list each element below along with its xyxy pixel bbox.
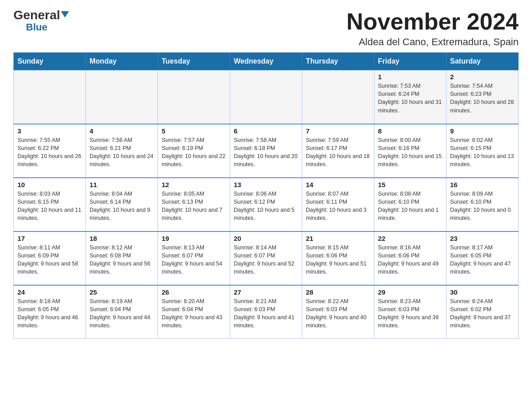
day-number: 8 xyxy=(378,127,442,135)
day-number: 13 xyxy=(234,181,298,188)
calendar-cell: 9Sunrise: 8:02 AMSunset: 6:15 PMDaylight… xyxy=(446,124,519,178)
calendar-cell: 25Sunrise: 8:19 AMSunset: 6:04 PMDayligh… xyxy=(86,285,158,339)
day-header-thursday: Thursday xyxy=(302,53,374,70)
calendar-cell: 22Sunrise: 8:16 AMSunset: 6:06 PMDayligh… xyxy=(374,231,446,285)
day-number: 19 xyxy=(162,235,226,242)
day-info: Sunrise: 8:07 AMSunset: 6:11 PMDaylight:… xyxy=(306,190,370,223)
calendar-cell: 13Sunrise: 8:06 AMSunset: 6:12 PMDayligh… xyxy=(230,178,302,231)
calendar-cell: 27Sunrise: 8:21 AMSunset: 6:03 PMDayligh… xyxy=(230,285,302,339)
day-info: Sunrise: 8:03 AMSunset: 6:15 PMDaylight:… xyxy=(17,190,82,223)
day-info: Sunrise: 8:09 AMSunset: 6:10 PMDaylight:… xyxy=(450,190,515,223)
day-header-sunday: Sunday xyxy=(14,53,86,70)
day-info: Sunrise: 8:02 AMSunset: 6:15 PMDaylight:… xyxy=(450,136,515,169)
calendar-cell: 21Sunrise: 8:15 AMSunset: 6:06 PMDayligh… xyxy=(302,231,374,285)
main-title: November 2024 xyxy=(347,9,519,34)
calendar-cell: 24Sunrise: 8:18 AMSunset: 6:05 PMDayligh… xyxy=(14,285,86,339)
calendar-cell xyxy=(158,70,230,124)
calendar-cell: 19Sunrise: 8:13 AMSunset: 6:07 PMDayligh… xyxy=(158,231,230,285)
day-number: 1 xyxy=(378,73,442,81)
calendar-cell: 12Sunrise: 8:05 AMSunset: 6:13 PMDayligh… xyxy=(158,178,230,231)
day-number: 16 xyxy=(450,181,515,188)
day-header-friday: Friday xyxy=(374,53,446,70)
day-header-saturday: Saturday xyxy=(446,53,519,70)
day-header-wednesday: Wednesday xyxy=(230,53,302,70)
calendar-cell xyxy=(14,70,86,124)
calendar-cell xyxy=(230,70,302,124)
calendar-cell: 8Sunrise: 8:00 AMSunset: 6:16 PMDaylight… xyxy=(374,124,446,178)
day-info: Sunrise: 8:11 AMSunset: 6:09 PMDaylight:… xyxy=(17,244,82,276)
calendar-cell: 20Sunrise: 8:14 AMSunset: 6:07 PMDayligh… xyxy=(230,231,302,285)
day-header-monday: Monday xyxy=(86,53,158,70)
day-info: Sunrise: 8:21 AMSunset: 6:03 PMDaylight:… xyxy=(234,297,298,330)
day-info: Sunrise: 8:06 AMSunset: 6:12 PMDaylight:… xyxy=(234,190,298,223)
calendar-cell xyxy=(302,70,374,124)
day-info: Sunrise: 8:22 AMSunset: 6:03 PMDaylight:… xyxy=(306,297,370,330)
calendar-cell: 14Sunrise: 8:07 AMSunset: 6:11 PMDayligh… xyxy=(302,178,374,231)
calendar-cell: 28Sunrise: 8:22 AMSunset: 6:03 PMDayligh… xyxy=(302,285,374,339)
calendar-cell: 15Sunrise: 8:08 AMSunset: 6:10 PMDayligh… xyxy=(374,178,446,231)
day-number: 30 xyxy=(450,288,515,296)
day-info: Sunrise: 8:08 AMSunset: 6:10 PMDaylight:… xyxy=(378,190,442,223)
calendar-cell: 2Sunrise: 7:54 AMSunset: 6:23 PMDaylight… xyxy=(446,70,519,124)
calendar-cell: 29Sunrise: 8:23 AMSunset: 6:03 PMDayligh… xyxy=(374,285,446,339)
day-number: 21 xyxy=(306,235,370,242)
day-number: 4 xyxy=(90,127,154,135)
day-info: Sunrise: 8:16 AMSunset: 6:06 PMDaylight:… xyxy=(378,244,442,276)
calendar-cell: 30Sunrise: 8:24 AMSunset: 6:02 PMDayligh… xyxy=(446,285,519,339)
day-number: 5 xyxy=(162,127,226,135)
day-number: 10 xyxy=(17,181,82,188)
day-number: 17 xyxy=(17,235,82,242)
day-number: 27 xyxy=(234,288,298,296)
calendar-week-4: 17Sunrise: 8:11 AMSunset: 6:09 PMDayligh… xyxy=(14,231,519,285)
logo-blue-text: Blue xyxy=(26,21,47,33)
day-number: 28 xyxy=(306,288,370,296)
day-info: Sunrise: 7:54 AMSunset: 6:23 PMDaylight:… xyxy=(450,82,515,115)
logo: General Blue xyxy=(13,9,69,33)
calendar-cell: 6Sunrise: 7:58 AMSunset: 6:18 PMDaylight… xyxy=(230,124,302,178)
calendar-cell: 1Sunrise: 7:53 AMSunset: 6:24 PMDaylight… xyxy=(374,70,446,124)
calendar-cell: 26Sunrise: 8:20 AMSunset: 6:04 PMDayligh… xyxy=(158,285,230,339)
calendar-cell: 16Sunrise: 8:09 AMSunset: 6:10 PMDayligh… xyxy=(446,178,519,231)
day-info: Sunrise: 8:24 AMSunset: 6:02 PMDaylight:… xyxy=(450,297,515,330)
day-info: Sunrise: 8:14 AMSunset: 6:07 PMDaylight:… xyxy=(234,244,298,276)
day-number: 12 xyxy=(162,181,226,188)
calendar-cell: 5Sunrise: 7:57 AMSunset: 6:19 PMDaylight… xyxy=(158,124,230,178)
calendar-cell: 18Sunrise: 8:12 AMSunset: 6:08 PMDayligh… xyxy=(86,231,158,285)
calendar-table: SundayMondayTuesdayWednesdayThursdayFrid… xyxy=(13,52,519,339)
day-info: Sunrise: 8:00 AMSunset: 6:16 PMDaylight:… xyxy=(378,136,442,169)
title-section: November 2024 Aldea del Cano, Extremadur… xyxy=(347,9,519,48)
day-info: Sunrise: 7:55 AMSunset: 6:22 PMDaylight:… xyxy=(17,136,82,169)
day-number: 24 xyxy=(17,288,82,296)
day-info: Sunrise: 7:56 AMSunset: 6:21 PMDaylight:… xyxy=(90,136,154,169)
day-number: 20 xyxy=(234,235,298,242)
calendar-cell: 7Sunrise: 7:59 AMSunset: 6:17 PMDaylight… xyxy=(302,124,374,178)
day-info: Sunrise: 7:59 AMSunset: 6:17 PMDaylight:… xyxy=(306,136,370,169)
calendar-cell: 17Sunrise: 8:11 AMSunset: 6:09 PMDayligh… xyxy=(14,231,86,285)
day-header-tuesday: Tuesday xyxy=(158,53,230,70)
day-number: 25 xyxy=(90,288,154,296)
day-info: Sunrise: 7:53 AMSunset: 6:24 PMDaylight:… xyxy=(378,82,442,115)
day-number: 22 xyxy=(378,235,442,242)
day-info: Sunrise: 7:58 AMSunset: 6:18 PMDaylight:… xyxy=(234,136,298,169)
day-number: 7 xyxy=(306,127,370,135)
logo-triangle-icon xyxy=(61,11,69,17)
calendar-cell: 10Sunrise: 8:03 AMSunset: 6:15 PMDayligh… xyxy=(14,178,86,231)
calendar-cell: 4Sunrise: 7:56 AMSunset: 6:21 PMDaylight… xyxy=(86,124,158,178)
day-info: Sunrise: 8:18 AMSunset: 6:05 PMDaylight:… xyxy=(17,297,82,330)
day-number: 15 xyxy=(378,181,442,188)
day-number: 18 xyxy=(90,235,154,242)
day-info: Sunrise: 8:23 AMSunset: 6:03 PMDaylight:… xyxy=(378,297,442,330)
calendar-cell: 11Sunrise: 8:04 AMSunset: 6:14 PMDayligh… xyxy=(86,178,158,231)
day-info: Sunrise: 8:15 AMSunset: 6:06 PMDaylight:… xyxy=(306,244,370,276)
logo-general-text: General xyxy=(13,9,60,21)
calendar-cell: 3Sunrise: 7:55 AMSunset: 6:22 PMDaylight… xyxy=(14,124,86,178)
day-number: 11 xyxy=(90,181,154,188)
calendar-cell: 23Sunrise: 8:17 AMSunset: 6:05 PMDayligh… xyxy=(446,231,519,285)
calendar-week-3: 10Sunrise: 8:03 AMSunset: 6:15 PMDayligh… xyxy=(14,178,519,231)
day-number: 26 xyxy=(162,288,226,296)
location-subtitle: Aldea del Cano, Extremadura, Spain xyxy=(347,36,519,48)
calendar-header-row: SundayMondayTuesdayWednesdayThursdayFrid… xyxy=(14,53,519,70)
day-number: 23 xyxy=(450,235,515,242)
day-number: 3 xyxy=(17,127,82,135)
day-info: Sunrise: 8:12 AMSunset: 6:08 PMDaylight:… xyxy=(90,244,154,276)
